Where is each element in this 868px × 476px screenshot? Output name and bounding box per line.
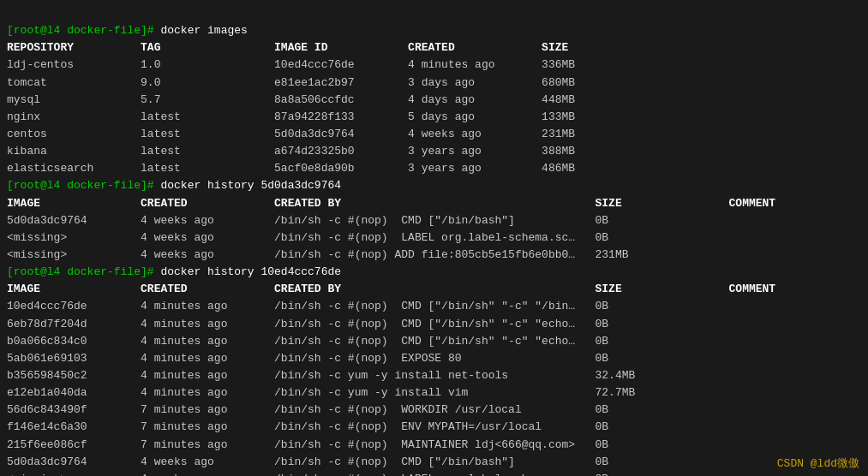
header-text: IMAGE CREATED CREATED BY SIZE COMMENT xyxy=(7,197,775,210)
output-text: <missing> 4 weeks ago /bin/sh -c #(nop) … xyxy=(7,231,608,244)
terminal-line: REPOSITORY TAG IMAGE ID CREATED SIZE xyxy=(7,39,861,57)
terminal-line: elasticsearch latest 5acf0e8da90b 3 year… xyxy=(7,160,861,177)
terminal-line: centos latest 5d0da3dc9764 4 weeks ago 2… xyxy=(7,126,861,143)
output-text: 56d6c843490f 7 minutes ago /bin/sh -c #(… xyxy=(7,403,608,416)
terminal-line: mysql 5.7 8a8a506ccfdc 4 days ago 448MB xyxy=(7,92,861,109)
terminal-line: [root@l4 docker-file]# docker history 10… xyxy=(7,264,861,281)
terminal-line: IMAGE CREATED CREATED BY SIZE COMMENT xyxy=(7,195,861,212)
output-text: 10ed4ccc76de 4 minutes ago /bin/sh -c #(… xyxy=(7,300,608,312)
output-text: 5ab061e69103 4 minutes ago /bin/sh -c #(… xyxy=(7,352,608,365)
output-text: b0a066c834c0 4 minutes ago /bin/sh -c #(… xyxy=(7,335,608,348)
output-text: e12eb1a040da 4 minutes ago /bin/sh -c yu… xyxy=(7,386,635,399)
command-text: docker history 5d0da3dc9764 xyxy=(160,179,341,192)
output-text: <missing> 4 weeks ago /bin/sh -c #(nop) … xyxy=(7,248,629,261)
output-text: centos latest 5d0da3dc9764 4 weeks ago 2… xyxy=(7,128,575,140)
output-text: f146e14c6a30 7 minutes ago /bin/sh -c #(… xyxy=(7,420,608,433)
terminal-line: 56d6c843490f 7 minutes ago /bin/sh -c #(… xyxy=(7,402,861,419)
output-text: 5d0da3dc9764 4 weeks ago /bin/sh -c #(no… xyxy=(7,455,608,468)
command-text: docker history 10ed4ccc76de xyxy=(160,265,341,278)
terminal-line: kibana latest a674d23325b0 3 years ago 3… xyxy=(7,143,861,160)
terminal-line: tomcat 9.0 e81ee1ac2b97 3 days ago 680MB xyxy=(7,74,861,92)
output-text: <missing> 4 weeks ago /bin/sh -c #(nop) … xyxy=(7,473,608,476)
terminal-line: <missing> 4 weeks ago /bin/sh -c #(nop) … xyxy=(7,471,861,476)
terminal-line: b356598450c2 4 minutes ago /bin/sh -c yu… xyxy=(7,367,861,384)
terminal-line: b0a066c834c0 4 minutes ago /bin/sh -c #(… xyxy=(7,333,861,350)
terminal-line: <missing> 4 weeks ago /bin/sh -c #(nop) … xyxy=(7,229,861,247)
output-text: 6eb78d7f204d 4 minutes ago /bin/sh -c #(… xyxy=(7,318,608,330)
output-text: b356598450c2 4 minutes ago /bin/sh -c yu… xyxy=(7,369,635,382)
terminal-line: IMAGE CREATED CREATED BY SIZE COMMENT xyxy=(7,281,861,298)
output-text: elasticsearch latest 5acf0e8da90b 3 year… xyxy=(7,162,575,175)
terminal-line: [root@l4 docker-file]# docker history 5d… xyxy=(7,177,861,194)
output-text: ldj-centos 1.0 10ed4ccc76de 4 minutes ag… xyxy=(7,58,575,71)
terminal-window: [root@l4 docker-file]# docker imagesREPO… xyxy=(0,0,868,476)
terminal-line: <missing> 4 weeks ago /bin/sh -c #(nop) … xyxy=(7,247,861,264)
prompt-text: [root@l4 docker-file]# xyxy=(7,265,160,278)
terminal-line: 10ed4ccc76de 4 minutes ago /bin/sh -c #(… xyxy=(7,298,861,315)
terminal-line: [root@l4 docker-file]# docker images xyxy=(7,22,861,39)
output-text: tomcat 9.0 e81ee1ac2b97 3 days ago 680MB xyxy=(7,76,575,89)
prompt-text: [root@l4 docker-file]# xyxy=(7,179,160,192)
terminal-line: 6eb78d7f204d 4 minutes ago /bin/sh -c #(… xyxy=(7,316,861,333)
output-text: 215f6ee086cf 7 minutes ago /bin/sh -c #(… xyxy=(7,438,608,451)
terminal-line: nginx latest 87a94228f133 5 days ago 133… xyxy=(7,109,861,126)
watermark: CSDN @ldd微傲 xyxy=(777,455,859,471)
header-text: IMAGE CREATED CREATED BY SIZE COMMENT xyxy=(7,283,775,295)
output-text: nginx latest 87a94228f133 5 days ago 133… xyxy=(7,110,575,123)
output-text: 5d0da3dc9764 4 weeks ago /bin/sh -c #(no… xyxy=(7,214,608,227)
terminal-line: e12eb1a040da 4 minutes ago /bin/sh -c yu… xyxy=(7,384,861,402)
terminal-line: ldj-centos 1.0 10ed4ccc76de 4 minutes ag… xyxy=(7,57,861,74)
terminal-line: 5ab061e69103 4 minutes ago /bin/sh -c #(… xyxy=(7,350,861,367)
terminal-line: 5d0da3dc9764 4 weeks ago /bin/sh -c #(no… xyxy=(7,454,861,471)
command-text: docker images xyxy=(160,24,247,37)
prompt-text: [root@l4 docker-file]# xyxy=(7,24,160,37)
header-text: REPOSITORY TAG IMAGE ID CREATED SIZE xyxy=(7,41,568,54)
terminal-line: 5d0da3dc9764 4 weeks ago /bin/sh -c #(no… xyxy=(7,212,861,229)
output-text: mysql 5.7 8a8a506ccfdc 4 days ago 448MB xyxy=(7,93,575,106)
terminal-line: f146e14c6a30 7 minutes ago /bin/sh -c #(… xyxy=(7,419,861,436)
terminal-line: 215f6ee086cf 7 minutes ago /bin/sh -c #(… xyxy=(7,437,861,454)
output-text: kibana latest a674d23325b0 3 years ago 3… xyxy=(7,145,575,158)
